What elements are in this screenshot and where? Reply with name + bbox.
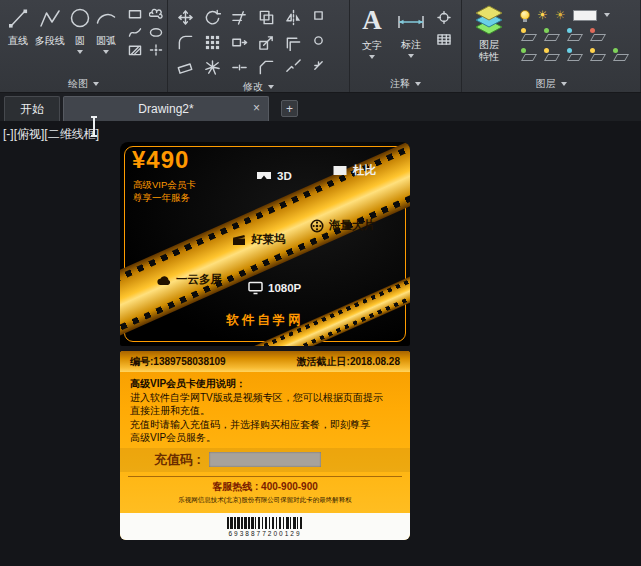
drawing-canvas[interactable]: [-][俯视][二维线框] ¥490 高级VIP会员卡 尊享一年服务 3D 杜比… — [0, 121, 641, 566]
new-tab-button[interactable]: + — [281, 100, 298, 117]
card-subtitle-1: 高级VIP会员卡 — [133, 179, 196, 192]
tool-line-button[interactable]: 直线 — [4, 3, 32, 76]
tool-join-button[interactable] — [226, 55, 252, 80]
tool-offset-button[interactable] — [280, 30, 306, 55]
tool-polyline-label: 多段线 — [35, 34, 65, 48]
move-icon — [177, 9, 194, 26]
text-tool-icon: A — [362, 5, 382, 35]
feature-multiscreen: 一云多屏 — [156, 272, 222, 287]
draw-panel-expander[interactable]: 绘图 — [0, 76, 167, 92]
tool-erase-button[interactable] — [172, 55, 198, 80]
tab-close-icon[interactable]: × — [253, 102, 260, 114]
break-icon — [285, 59, 302, 76]
polyline-icon — [38, 6, 62, 30]
tool-center-mark-button[interactable] — [437, 6, 451, 28]
usage-line: 直接注册和充值。 — [130, 404, 400, 418]
layer-merge-icon[interactable] — [543, 48, 559, 62]
spline-icon — [128, 26, 142, 38]
tool-chamfer-button[interactable] — [253, 55, 279, 80]
barcode-strip: 6938877200129 — [120, 513, 410, 540]
chevron-down-icon — [369, 55, 375, 59]
mirror-icon — [285, 9, 302, 26]
ribbon-panel-modify: 修改 — [168, 0, 350, 92]
tool-arc-button[interactable]: 圆弧 — [92, 3, 120, 76]
tool-rectangle-button[interactable] — [126, 5, 144, 22]
measure-icon — [313, 10, 324, 21]
layer-walk-icon[interactable] — [520, 48, 536, 62]
layer-lock-icon[interactable] — [589, 28, 605, 42]
layer-properties-label: 图层特性 — [476, 39, 502, 63]
layer-color-swatch[interactable] — [573, 10, 597, 21]
tool-mirror-button[interactable] — [280, 5, 306, 30]
chevron-down-icon[interactable] — [604, 13, 610, 17]
feature-movies: 海量大片 — [310, 218, 375, 233]
layer-match-icon[interactable] — [543, 28, 559, 42]
stretch-icon — [231, 34, 248, 51]
scale-icon — [258, 34, 275, 51]
copy-icon — [258, 9, 275, 26]
tool-ellipse-button[interactable] — [147, 23, 165, 40]
layer-unlock-icon[interactable] — [612, 48, 628, 62]
layer-properties-icon — [474, 5, 504, 35]
tool-measure-button[interactable] — [311, 3, 325, 28]
tool-scale-button[interactable] — [253, 30, 279, 55]
tool-dimension-button[interactable]: 标注 — [390, 3, 432, 76]
layer-thaw-sun-icon[interactable]: ☀ — [537, 9, 548, 21]
tool-rotate-button[interactable] — [199, 5, 225, 30]
monitor-icon — [248, 281, 263, 295]
recharge-row: 充值码 : — [120, 448, 410, 472]
layer-off-icon[interactable] — [520, 10, 530, 20]
tab-start[interactable]: 开始 — [4, 96, 60, 121]
layer-freeze-icon[interactable] — [589, 48, 605, 62]
tool-spline-button[interactable] — [126, 23, 144, 40]
card-serial: 编号:1389758038109 — [130, 355, 226, 369]
dolby-icon — [332, 164, 348, 177]
layer-isolate-sun-icon[interactable]: ☀ — [555, 9, 566, 21]
tool-hatch-button[interactable] — [126, 41, 144, 58]
arc-icon — [94, 6, 118, 30]
card-usage-instructions: 高级VIP会员卡使用说明： 进入软件自学网TV版或是视频专区，您可以根据页面提示… — [120, 372, 410, 445]
card-expiry: 激活截止日:2018.08.28 — [297, 355, 400, 369]
annotate-panel-expander[interactable]: 注释 — [350, 76, 461, 92]
center-mark-icon — [437, 11, 451, 24]
tool-explode-button[interactable] — [199, 55, 225, 80]
layer-properties-button[interactable]: 图层特性 — [466, 3, 512, 76]
region-icon — [313, 35, 324, 46]
fillet-icon — [177, 34, 194, 51]
film-reel-icon — [310, 219, 324, 233]
tool-break-button[interactable] — [280, 55, 306, 80]
tool-stretch-button[interactable] — [226, 30, 252, 55]
card-front: ¥490 高级VIP会员卡 尊享一年服务 3D 杜比 好莱坞 海量大片 一云多 — [120, 142, 410, 346]
tool-region-button[interactable] — [311, 28, 325, 53]
tool-line-label: 直线 — [8, 34, 28, 48]
card-back: 编号:1389758038109 激活截止日:2018.08.28 高级VIP会… — [120, 351, 410, 540]
layers-panel-expander[interactable]: 图层 — [462, 76, 640, 92]
tool-dimension-label: 标注 — [401, 38, 421, 52]
layer-delete-icon[interactable] — [566, 48, 582, 62]
usage-line: 进入软件自学网TV版或是视频专区，您可以根据页面提示 — [130, 391, 400, 405]
tool-point-button[interactable] — [147, 41, 165, 58]
tool-polyline-button[interactable]: 多段线 — [32, 3, 68, 76]
array-icon — [204, 34, 221, 51]
tool-move-button[interactable] — [172, 5, 198, 30]
chevron-down-icon — [415, 82, 421, 86]
layer-previous-icon[interactable] — [566, 28, 582, 42]
tool-align-button[interactable] — [311, 53, 325, 78]
tool-trim-button[interactable] — [226, 5, 252, 30]
rotate-icon — [204, 9, 221, 26]
modify-panel-expander[interactable]: 修改 — [168, 80, 349, 94]
tool-revision-cloud-button[interactable] — [147, 5, 165, 22]
tool-copy-button[interactable] — [253, 5, 279, 30]
service-hotline: 客服热线 : 400-900-900 — [128, 476, 402, 494]
tool-circle-button[interactable]: 圆 — [68, 3, 92, 76]
tool-table-button[interactable] — [437, 28, 451, 50]
dimension-icon — [396, 8, 426, 34]
layers-panel-label: 图层 — [536, 77, 556, 91]
viewport-controls[interactable]: [-][俯视][二维线框] — [3, 126, 99, 143]
chevron-down-icon — [408, 54, 414, 58]
tool-array-button[interactable] — [199, 30, 225, 55]
tool-text-button[interactable]: A 文字 — [354, 3, 390, 76]
tool-fillet-button[interactable] — [172, 30, 198, 55]
layer-make-current-icon[interactable] — [520, 28, 536, 42]
revision-cloud-icon — [149, 8, 163, 20]
